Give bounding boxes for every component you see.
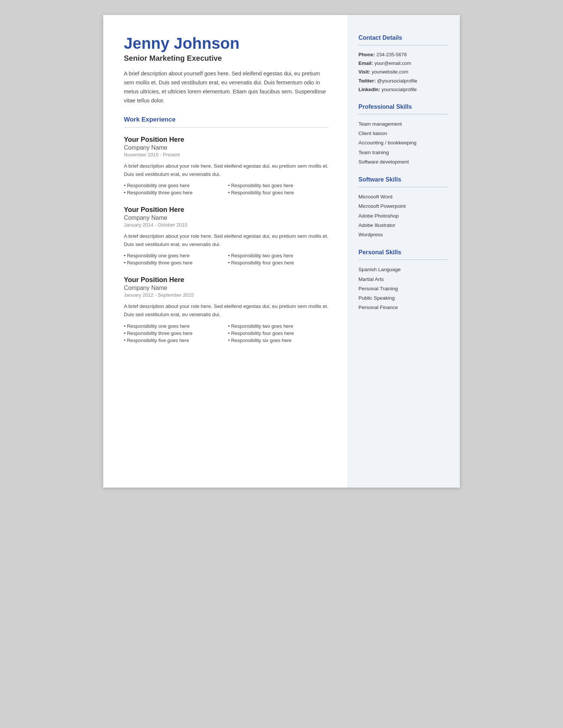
company-name-2: Company Name [124, 215, 328, 221]
resp-1-4: Responsibility four goes here [228, 190, 329, 195]
twitter-value: @yoursocialprofile [377, 78, 417, 84]
personal-skills-section: Personal Skills Spanish Language Martial… [358, 249, 449, 311]
contact-twitter: Twitter: @yoursocialprofile [358, 78, 449, 84]
software-skill-5: Wordpress [358, 231, 449, 239]
date-range-2: January 2014 - October 2015 [124, 222, 328, 228]
prof-skill-1: Team management [358, 120, 449, 128]
visit-label: Visit: [358, 69, 370, 75]
software-skills-divider [358, 187, 449, 187]
job-block-2: Your Position Here Company Name January … [124, 206, 328, 266]
date-range-3: January 2012 - September 2015 [124, 292, 328, 298]
resume-page: Jenny Johnson Senior Marketing Executive… [103, 15, 460, 488]
work-experience-heading: Work Experience [124, 116, 328, 123]
resp-3-2: Responsibility two goes here [228, 323, 329, 329]
right-column: Contact Details Phone: 234-235-5678 Emai… [347, 15, 460, 488]
contact-phone: Phone: 234-235-5678 [358, 51, 449, 58]
professional-skills-heading: Professional Skills [358, 104, 449, 110]
resp-2-4: Responsibility four goes here [228, 260, 329, 266]
resp-1-1: Responsibility one goes here [124, 183, 224, 188]
contact-heading: Contact Details [358, 35, 449, 41]
job-title-1: Your Position Here [124, 136, 328, 144]
phone-value: 234-235-5678 [376, 52, 407, 57]
personal-skills-heading: Personal Skills [358, 249, 449, 256]
personal-skill-1: Spanish Language [358, 266, 449, 273]
resp-2-2: Responsibility two goes here [228, 253, 329, 258]
prof-skill-3: Accounting / bookkeeping [358, 139, 449, 147]
contact-divider [358, 45, 449, 45]
personal-skill-4: Public Speaking [358, 294, 449, 302]
phone-label: Phone: [358, 52, 375, 57]
email-label: Email: [358, 60, 373, 66]
left-column: Jenny Johnson Senior Marketing Executive… [103, 15, 347, 488]
resp-3-5: Responsibility five goes here [124, 338, 224, 343]
job-desc-3: A brief description about your role here… [124, 302, 328, 318]
personal-skill-3: Personal Training [358, 285, 449, 293]
job-desc-1: A brief description about your role here… [124, 162, 328, 178]
bio-text: A brief description about yourself goes … [124, 69, 328, 105]
prof-skills-divider [358, 114, 449, 114]
software-skill-2: Microsoft Powerpoint [358, 203, 449, 210]
resp-3-3: Responsibility three goes here [124, 330, 224, 336]
resp-3-4: Responsibility four goes here [228, 330, 329, 336]
name-section: Jenny Johnson Senior Marketing Executive [124, 35, 328, 63]
software-skill-1: Microsoft Word [358, 193, 449, 201]
professional-skills-section: Professional Skills Team management Clie… [358, 104, 449, 166]
linkedin-label: LinkedIn: [358, 87, 380, 92]
date-range-1: November 2015 - Present [124, 152, 328, 158]
company-name-1: Company Name [124, 144, 328, 151]
contact-visit: Visit: yourwebsite.com [358, 69, 449, 75]
work-divider [124, 127, 328, 128]
resp-2-1: Responsibility one goes here [124, 253, 224, 258]
personal-skill-5: Personal Finance [358, 304, 449, 311]
job-desc-2: A brief description about your role here… [124, 232, 328, 248]
job-block-3: Your Position Here Company Name January … [124, 276, 328, 343]
resp-1-3: Responsibility three goes here [124, 190, 224, 195]
email-value: your@email.com [375, 60, 411, 66]
contact-section: Contact Details Phone: 234-235-5678 Emai… [358, 35, 449, 93]
contact-email: Email: your@email.com [358, 60, 449, 67]
candidate-title: Senior Marketing Executive [124, 54, 328, 63]
candidate-name: Jenny Johnson [124, 35, 328, 53]
software-skills-section: Software Skills Microsoft Word Microsoft… [358, 176, 449, 239]
responsibilities-3: Responsibility one goes here Responsibil… [124, 323, 328, 343]
responsibilities-1: Responsibility one goes here Responsibil… [124, 183, 328, 195]
prof-skill-5: Software development [358, 158, 449, 166]
prof-skill-2: Client liaison [358, 130, 449, 137]
software-skill-3: Adobe Photoshop [358, 212, 449, 220]
software-skills-heading: Software Skills [358, 176, 449, 183]
resp-1-2: Responsibility two goes here [228, 183, 329, 188]
prof-skill-4: Team training [358, 149, 449, 156]
resp-3-1: Responsibility one goes here [124, 323, 224, 329]
software-skill-4: Adobe Illustrator [358, 222, 449, 229]
company-name-3: Company Name [124, 285, 328, 291]
job-title-3: Your Position Here [124, 276, 328, 284]
job-block-1: Your Position Here Company Name November… [124, 136, 328, 195]
resp-2-3: Responsibility three goes here [124, 260, 224, 266]
linkedin-value: yoursocialprofile [381, 87, 417, 92]
job-title-2: Your Position Here [124, 206, 328, 214]
responsibilities-2: Responsibility one goes here Responsibil… [124, 253, 328, 266]
contact-linkedin: LinkedIn: yoursocialprofile [358, 86, 449, 93]
twitter-label: Twitter: [358, 78, 376, 84]
resp-3-6: Responsibility six goes here [228, 338, 329, 343]
personal-skill-2: Martial Arts [358, 276, 449, 283]
visit-value: yourwebsite.com [372, 69, 408, 75]
personal-skills-divider [358, 260, 449, 260]
